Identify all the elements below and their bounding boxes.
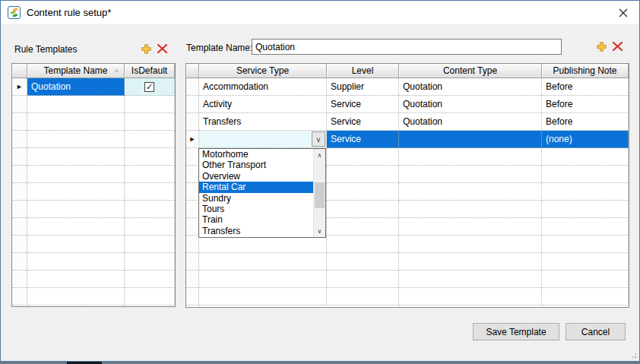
level-cell[interactable]: Service [327, 96, 399, 113]
row-selector-cell[interactable]: ► [186, 131, 199, 148]
row-selector-cell[interactable] [186, 113, 199, 131]
isdefault-column-header[interactable]: IsDefault [125, 64, 175, 78]
dropdown-item[interactable]: Tours [199, 204, 313, 214]
scrollbar-thumb[interactable] [315, 182, 325, 208]
empty-cell [399, 253, 542, 271]
level-cell[interactable]: Service [327, 131, 399, 148]
publishing-note-cell[interactable]: Before [542, 96, 629, 113]
empty-cell [199, 236, 327, 253]
row-selector-cell [186, 148, 199, 166]
publishing-note-header-label: Publishing Note [553, 65, 616, 76]
service-type-column-header[interactable]: Service Type [199, 64, 327, 78]
scroll-up-icon[interactable]: ∧ [314, 150, 325, 160]
empty-cell [542, 253, 629, 271]
dropdown-items: MotorhomeOther TransportOverviewRental C… [199, 149, 313, 237]
row-selector-cell [186, 271, 199, 288]
template-name-input[interactable] [252, 39, 562, 55]
empty-cell [199, 288, 327, 305]
dropdown-item[interactable]: Transfers [199, 226, 313, 236]
empty-cell [399, 148, 542, 166]
empty-cell [27, 236, 125, 253]
empty-cell [399, 166, 542, 183]
empty-row [186, 271, 629, 288]
app-logo-icon [8, 6, 21, 19]
isdefault-cell[interactable]: ✓ [125, 78, 175, 96]
content-type-cell[interactable]: Quotation [399, 96, 542, 113]
dropdown-item[interactable]: Train [199, 214, 313, 225]
scroll-down-icon[interactable]: ∨ [314, 226, 325, 236]
content-rules-header: Service Type Level Content Type Publishi… [186, 64, 629, 78]
dropdown-item[interactable]: Overview [199, 171, 313, 182]
empty-row [12, 236, 175, 253]
dropdown-item[interactable]: Rental Car [199, 182, 313, 192]
content-type-cell[interactable] [399, 131, 542, 148]
template-name-cell[interactable]: Quotation [27, 78, 125, 96]
empty-row [12, 218, 175, 236]
dropdown-item[interactable]: Motorhome [199, 149, 313, 160]
publishing-note-cell[interactable]: Before [542, 78, 629, 96]
publishing-note-cell[interactable]: Before [542, 113, 629, 131]
row-selector-cell[interactable]: ► [12, 78, 27, 96]
empty-row [12, 201, 175, 218]
row-selector-cell[interactable] [186, 78, 199, 96]
publishing-note-cell[interactable]: (none) [542, 131, 629, 148]
level-cell[interactable]: Service [327, 113, 399, 131]
delete-x-icon [157, 43, 168, 54]
checkbox-checked[interactable]: ✓ [144, 82, 154, 92]
empty-cell [399, 236, 542, 253]
row-selector-cell [12, 166, 27, 183]
row-selector-cell [12, 183, 27, 201]
cancel-button[interactable]: Cancel [566, 323, 626, 340]
dropdown-scrollbar[interactable]: ∧ ∨ [313, 149, 325, 237]
chevron-down-icon: ∨ [315, 135, 321, 144]
row-selector-cell [186, 201, 199, 218]
row-selector-cell [186, 183, 199, 201]
empty-row [12, 166, 175, 183]
empty-cell [542, 271, 629, 288]
empty-cell [125, 148, 175, 166]
service-type-header-label: Service Type [236, 65, 289, 76]
empty-cell [327, 253, 399, 271]
combo-dropdown-button[interactable]: ∨ [312, 131, 325, 147]
content-type-column-header[interactable]: Content Type [399, 64, 542, 78]
empty-row [12, 253, 175, 271]
content-rule-setup-dialog: Content rule setup* Rule Templates [0, 0, 640, 362]
empty-cell [27, 148, 125, 166]
content-type-cell[interactable]: Quotation [399, 78, 542, 96]
row-selector-cell [12, 288, 27, 305]
level-cell[interactable]: Supplier [327, 78, 399, 96]
rule-templates-rows: ►Quotation✓ [12, 78, 175, 305]
add-rule-button[interactable] [594, 40, 608, 53]
dropdown-item[interactable]: Sundry [199, 193, 313, 204]
row-selector-cell[interactable] [186, 96, 199, 113]
empty-cell [27, 201, 125, 218]
empty-cell [27, 113, 125, 131]
save-template-button[interactable]: Save Template [473, 323, 559, 340]
close-button[interactable] [615, 5, 632, 21]
service-type-cell[interactable]: Transfers [199, 113, 327, 131]
delete-template-button[interactable] [155, 42, 169, 55]
empty-cell [542, 166, 629, 183]
content-type-cell[interactable]: Quotation [399, 113, 542, 131]
add-template-button[interactable] [139, 42, 153, 55]
row-selector-cell [186, 236, 199, 253]
level-column-header[interactable]: Level [327, 64, 399, 78]
table-row: ►∨Service(none) [186, 131, 629, 148]
empty-cell [199, 271, 327, 288]
empty-row [12, 271, 175, 288]
row-selector-cell [12, 96, 27, 113]
empty-cell [125, 253, 175, 271]
delete-rule-button[interactable] [610, 40, 624, 53]
dropdown-item[interactable]: Other Transport [199, 160, 313, 170]
service-type-combobox[interactable]: ∨ [199, 131, 327, 148]
service-type-cell[interactable]: Activity [199, 96, 327, 113]
empty-cell [125, 218, 175, 236]
empty-cell [125, 236, 175, 253]
template-name-column-header[interactable]: Template Name ▲ [27, 64, 125, 78]
screen: Content rule setup* Rule Templates [0, 0, 640, 364]
publishing-note-column-header[interactable]: Publishing Note [542, 64, 629, 78]
empty-cell [542, 236, 629, 253]
service-type-cell[interactable]: Accommodation [199, 78, 327, 96]
empty-cell [27, 271, 125, 288]
resize-grip[interactable] [628, 350, 637, 359]
